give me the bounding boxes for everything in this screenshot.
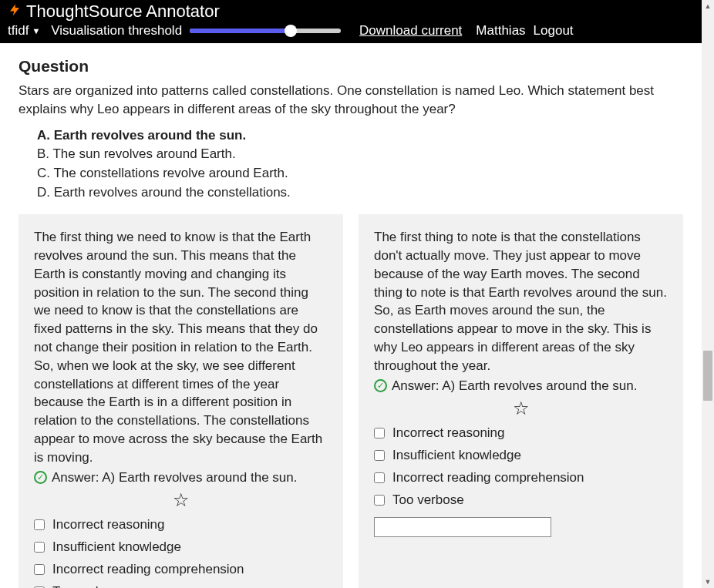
question-text: Stars are organized into patterns called… [19, 82, 683, 119]
answer-text: Answer: A) Earth revolves around the sun… [392, 377, 637, 395]
check-incorrect-reasoning[interactable]: Incorrect reasoning [374, 424, 668, 442]
scrollbar[interactable]: ▲ ▼ [702, 0, 714, 588]
scroll-up-icon[interactable]: ▲ [702, 0, 714, 12]
check-too-verbose[interactable]: Too verbose [374, 491, 668, 509]
check-label: Insufficient knowledge [52, 538, 181, 556]
chevron-down-icon: ▼ [32, 26, 40, 35]
answer-text: Answer: A) Earth revolves around the sun… [52, 469, 297, 487]
logout-link[interactable]: Logout [534, 23, 574, 39]
card-body: The first thing we need to know is that … [34, 228, 328, 466]
bolt-icon [8, 2, 22, 22]
section-title: Question [19, 57, 683, 76]
answer-row: ✓ Answer: A) Earth revolves around the s… [34, 469, 328, 487]
topbar-controls: tfidf ▼ Visualisation threshold Download… [8, 23, 694, 39]
check-too-verbose[interactable]: Too verbose [34, 583, 328, 588]
reasoning-card: The first thing we need to know is that … [19, 214, 343, 588]
check-label: Too verbose [52, 583, 124, 588]
topbar-title-row: ThoughtSource Annotator [8, 2, 694, 22]
checks-group: Incorrect reasoning Insufficient knowled… [34, 516, 328, 588]
option-b: B. The sun revolves around Earth. [37, 145, 683, 164]
answer-row: ✓ Answer: A) Earth revolves around the s… [374, 377, 668, 395]
free-text-input[interactable] [374, 517, 551, 537]
user-name: Matthias [476, 23, 525, 39]
checkbox[interactable] [374, 428, 385, 438]
reasoning-card: The first thing to note is that the cons… [359, 214, 683, 588]
card-body: The first thing to note is that the cons… [374, 228, 668, 375]
method-dropdown[interactable]: tfidf ▼ [8, 23, 40, 39]
check-insufficient-knowledge[interactable]: Insufficient knowledge [374, 446, 668, 465]
download-link[interactable]: Download current [359, 23, 462, 39]
star-button[interactable]: ☆ [374, 399, 668, 418]
check-incorrect-reading[interactable]: Incorrect reading comprehension [34, 560, 328, 579]
options: A. Earth revolves around the sun. B. The… [19, 126, 683, 203]
threshold-slider[interactable] [190, 29, 341, 33]
topbar: ThoughtSource Annotator tfidf ▼ Visualis… [0, 0, 702, 43]
check-label: Incorrect reading comprehension [52, 560, 244, 579]
slider-handle[interactable] [285, 25, 297, 37]
checkbox[interactable] [374, 472, 385, 483]
scrollbar-thumb[interactable] [703, 351, 712, 401]
dropdown-label: tfidf [8, 23, 29, 39]
check-label: Too verbose [392, 491, 464, 509]
check-insufficient-knowledge[interactable]: Insufficient knowledge [34, 538, 328, 556]
slider-fill [190, 29, 291, 33]
check-label: Incorrect reasoning [392, 424, 505, 442]
checkbox[interactable] [374, 450, 385, 461]
user-block: Matthias Logout [476, 23, 573, 39]
scroll-down-icon[interactable]: ▼ [702, 576, 714, 588]
checkbox[interactable] [34, 542, 45, 553]
check-label: Incorrect reading comprehension [392, 469, 584, 487]
checkbox[interactable] [374, 495, 385, 506]
content: Question Stars are organized into patter… [0, 43, 702, 588]
threshold-slider-group: Visualisation threshold [51, 23, 341, 39]
slider-label: Visualisation threshold [51, 23, 182, 39]
check-circle-icon: ✓ [34, 471, 47, 484]
check-incorrect-reading[interactable]: Incorrect reading comprehension [374, 469, 668, 487]
checkbox[interactable] [34, 519, 45, 530]
option-d: D. Earth revolves around the constellati… [37, 183, 683, 203]
check-label: Insufficient knowledge [392, 446, 521, 465]
cards-row: The first thing we need to know is that … [19, 214, 683, 588]
check-label: Incorrect reasoning [52, 516, 165, 534]
checkbox[interactable] [34, 564, 45, 575]
app-title: ThoughtSource Annotator [26, 2, 220, 22]
star-button[interactable]: ☆ [34, 491, 328, 509]
option-c: C. The constellations revolve around Ear… [37, 164, 683, 183]
check-circle-icon: ✓ [374, 379, 387, 392]
checks-group: Incorrect reasoning Insufficient knowled… [374, 424, 668, 509]
check-incorrect-reasoning[interactable]: Incorrect reasoning [34, 516, 328, 534]
option-a: A. Earth revolves around the sun. [37, 126, 683, 146]
